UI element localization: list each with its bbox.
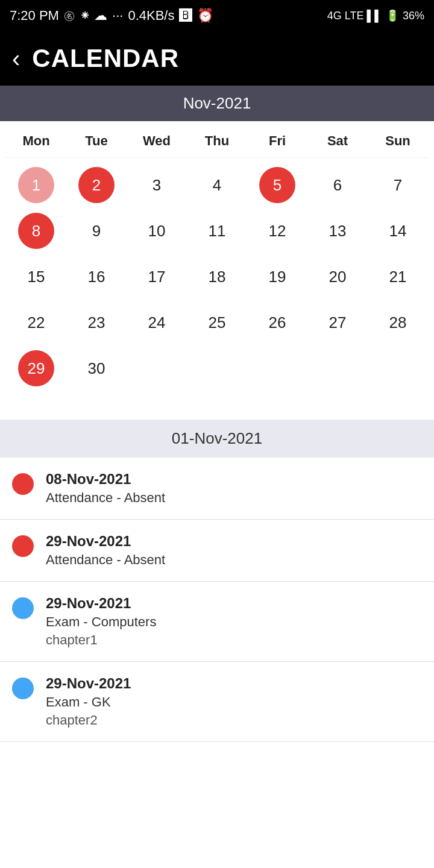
calendar-day[interactable]: 23 — [66, 301, 127, 344]
day-number: 6 — [319, 167, 356, 203]
calendar-day[interactable]: 11 — [187, 210, 247, 252]
status-bar: 7:20 PM ㊔ ⁕ ☁ ··· 0.4KB/s 🅱 ⏰ 4G LTE ▌▌ … — [0, 0, 434, 31]
event-description: Exam - GK — [46, 694, 422, 710]
event-date: 08-Nov-2021 — [46, 471, 422, 488]
day-number: 7 — [380, 167, 416, 203]
day-number: 19 — [259, 259, 295, 295]
month-header: Nov-2021 — [0, 86, 434, 121]
weekday-label: Thu — [187, 130, 247, 153]
calendar-day[interactable]: 21 — [368, 256, 428, 298]
day-number: 4 — [199, 167, 235, 203]
calendar-day[interactable]: 15 — [6, 256, 66, 298]
status-time: 7:20 PM — [10, 8, 59, 24]
weekday-label: Sat — [307, 130, 368, 153]
event-dot — [12, 535, 34, 557]
event-description: Attendance - Absent — [46, 490, 422, 506]
app-header: ‹ CALENDAR — [0, 31, 434, 86]
calendar-day[interactable]: 28 — [368, 301, 428, 344]
day-number: 24 — [139, 304, 175, 341]
speed-indicator: 0.4KB/s — [128, 8, 174, 24]
event-item[interactable]: 08-Nov-2021Attendance - Absent — [0, 458, 434, 520]
calendar-weekdays: MonTueWedThuFriSatSun — [6, 121, 428, 158]
calendar-day[interactable]: 30 — [66, 347, 127, 389]
day-number: 9 — [78, 213, 115, 249]
day-number: 13 — [319, 213, 356, 249]
day-number: 22 — [18, 304, 54, 341]
dots-icon: ··· — [112, 8, 123, 24]
day-number: 23 — [78, 304, 115, 341]
day-number: 25 — [199, 304, 235, 341]
event-subtext: chapter2 — [46, 712, 422, 728]
event-date: 29-Nov-2021 — [46, 533, 422, 550]
calendar-day[interactable]: 8 — [6, 210, 66, 252]
weekday-label: Mon — [6, 130, 66, 153]
status-left: 7:20 PM ㊔ ⁕ ☁ ··· 0.4KB/s 🅱 ⏰ — [10, 8, 213, 24]
calendar-day[interactable]: 9 — [66, 210, 127, 252]
calendar-day[interactable]: 1 — [6, 164, 66, 206]
day-number: 27 — [319, 304, 356, 341]
event-dot — [12, 678, 34, 699]
calendar-day[interactable]: 27 — [307, 301, 368, 344]
calendar-day[interactable]: 6 — [307, 164, 368, 206]
day-number: 1 — [18, 167, 54, 203]
calendar-day[interactable]: 4 — [187, 164, 247, 206]
day-number: 3 — [139, 167, 175, 203]
calendar-day[interactable]: 24 — [127, 301, 187, 344]
calendar-day[interactable]: 25 — [187, 301, 247, 344]
day-number: 11 — [199, 213, 235, 249]
event-item[interactable]: 29-Nov-2021Attendance - Absent — [0, 520, 434, 582]
weekday-label: Wed — [127, 130, 187, 153]
calendar-day[interactable]: 10 — [127, 210, 187, 252]
weekday-label: Sun — [368, 130, 428, 153]
calendar-day[interactable]: 29 — [6, 347, 66, 389]
back-button[interactable]: ‹ — [12, 46, 20, 71]
day-number: 29 — [18, 350, 54, 386]
page-title: CALENDAR — [32, 44, 179, 73]
day-number: 30 — [78, 350, 115, 386]
weekday-label: Tue — [66, 130, 127, 153]
day-number: 15 — [18, 259, 54, 295]
bluetooth-icon: 🅱 — [179, 8, 192, 24]
calendar-day[interactable]: 3 — [127, 164, 187, 206]
event-content: 29-Nov-2021Exam - Computerschapter1 — [46, 595, 422, 648]
calendar: MonTueWedThuFriSatSun 123456789101112131… — [0, 121, 434, 401]
calendar-day[interactable]: 7 — [368, 164, 428, 206]
event-dot — [12, 473, 34, 495]
network-icons: 4G LTE ▌▌ — [327, 10, 382, 22]
event-item[interactable]: 29-Nov-2021Exam - GKchapter2 — [0, 662, 434, 742]
calendar-day[interactable]: 14 — [368, 210, 428, 252]
calendar-day[interactable]: 26 — [247, 301, 307, 344]
calendar-grid: 1234567891011121314151617181920212223242… — [6, 158, 428, 389]
event-date: 29-Nov-2021 — [46, 675, 422, 692]
day-number: 17 — [139, 259, 175, 295]
battery-icon: 🔋 — [386, 9, 399, 22]
day-number: 18 — [199, 259, 235, 295]
event-content: 29-Nov-2021Exam - GKchapter2 — [46, 675, 422, 728]
event-date: 29-Nov-2021 — [46, 595, 422, 612]
day-number: 16 — [78, 259, 115, 295]
event-dot — [12, 597, 34, 619]
event-item[interactable]: 29-Nov-2021Exam - Computerschapter1 — [0, 582, 434, 662]
calendar-day[interactable]: 12 — [247, 210, 307, 252]
day-number: 8 — [18, 213, 54, 249]
event-subtext: chapter1 — [46, 632, 422, 648]
calendar-day[interactable]: 13 — [307, 210, 368, 252]
signal-icons: ⁕ ☁ — [80, 8, 107, 24]
calendar-day[interactable]: 18 — [187, 256, 247, 298]
calendar-day[interactable]: 16 — [66, 256, 127, 298]
event-content: 29-Nov-2021Attendance - Absent — [46, 533, 422, 568]
day-number: 5 — [259, 167, 295, 203]
calendar-day[interactable]: 22 — [6, 301, 66, 344]
events-date-header: 01-Nov-2021 — [0, 420, 434, 458]
calendar-day[interactable]: 2 — [66, 164, 127, 206]
day-number: 20 — [319, 259, 356, 295]
day-number: 21 — [380, 259, 416, 295]
event-description: Attendance - Absent — [46, 552, 422, 568]
calendar-day[interactable]: 19 — [247, 256, 307, 298]
jio-icon: ㊔ — [64, 8, 75, 23]
calendar-day[interactable]: 5 — [247, 164, 307, 206]
calendar-day[interactable]: 17 — [127, 256, 187, 298]
calendar-day[interactable]: 20 — [307, 256, 368, 298]
alarm-icon: ⏰ — [197, 8, 213, 24]
event-description: Exam - Computers — [46, 614, 422, 630]
